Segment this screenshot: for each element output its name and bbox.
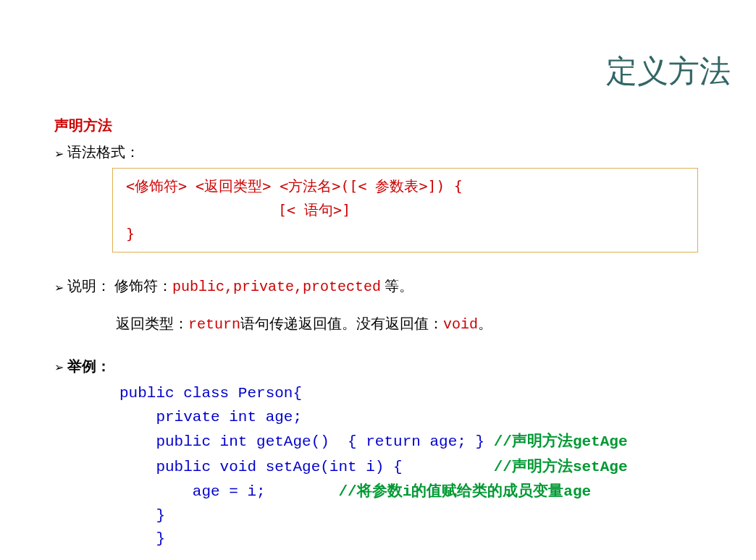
code-line-7: } bbox=[119, 527, 734, 551]
code-l5-code: age = i; bbox=[119, 483, 338, 500]
content-area: 声明方法 ➢语法格式： <修饰符> <返回类型> <方法名>([< 参数表>])… bbox=[54, 116, 734, 551]
return-keyword: return bbox=[188, 316, 240, 333]
syntax-label: 语法格式： bbox=[67, 144, 140, 160]
desc-return-label: 返回类型： bbox=[116, 315, 188, 331]
bullet-icon: ➢ bbox=[54, 279, 67, 297]
desc-modifier-line: ➢说明： 修饰符：public,private,protected 等。 bbox=[54, 274, 734, 299]
code-l5-comment: //将参数i的值赋给类的成员变量age bbox=[338, 483, 591, 500]
code-line-5: age = i; //将参数i的值赋给类的成员变量age bbox=[119, 479, 734, 504]
code-line-6: } bbox=[119, 504, 734, 528]
code-l3-comment: //声明方法getAge bbox=[494, 433, 628, 450]
desc-modifier-label: 修饰符： bbox=[111, 278, 172, 294]
syntax-line-3: } bbox=[126, 222, 684, 246]
code-l3-code: public int getAge() { return age; } bbox=[119, 433, 494, 450]
section-header: 声明方法 bbox=[54, 116, 734, 135]
code-line-3: public int getAge() { return age; } //声明… bbox=[119, 429, 734, 454]
syntax-format-line: ➢语法格式： bbox=[54, 143, 734, 162]
desc-label: 说明： bbox=[67, 278, 111, 294]
code-line-4: public void setAge(int i) { //声明方法setAge bbox=[119, 454, 734, 480]
desc-modifier-values: public,private,protected bbox=[172, 279, 381, 295]
desc-return-line: 返回类型：return语句传递返回值。没有返回值：void。 bbox=[116, 312, 734, 336]
desc-return-suffix: 。 bbox=[478, 315, 492, 331]
code-l4-code: public void setAge(int i) { bbox=[119, 459, 494, 475]
code-block: public class Person{ private int age; pu… bbox=[119, 382, 734, 551]
code-line-1: public class Person{ bbox=[119, 382, 734, 406]
bullet-icon: ➢ bbox=[54, 360, 67, 374]
desc-modifier-suffix: 等。 bbox=[381, 278, 413, 294]
code-line-2: private int age; bbox=[119, 406, 734, 430]
syntax-line-2: [< 语句>] bbox=[126, 198, 684, 222]
desc-return-mid: 语句传递返回值。没有返回值： bbox=[240, 315, 443, 331]
code-l4-comment: //声明方法setAge bbox=[494, 459, 628, 475]
description-block: ➢说明： 修饰符：public,private,protected 等。 返回类… bbox=[54, 274, 734, 336]
bullet-icon: ➢ bbox=[54, 147, 67, 161]
syntax-line-1: <修饰符> <返回类型> <方法名>([< 参数表>]) { bbox=[126, 174, 684, 198]
syntax-box: <修饰符> <返回类型> <方法名>([< 参数表>]) { [< 语句>] } bbox=[112, 168, 698, 253]
example-header: ➢举例： bbox=[54, 357, 734, 376]
example-label: 举例： bbox=[67, 358, 111, 374]
slide-title: 定义方法 bbox=[606, 51, 731, 93]
void-keyword: void bbox=[443, 316, 478, 333]
